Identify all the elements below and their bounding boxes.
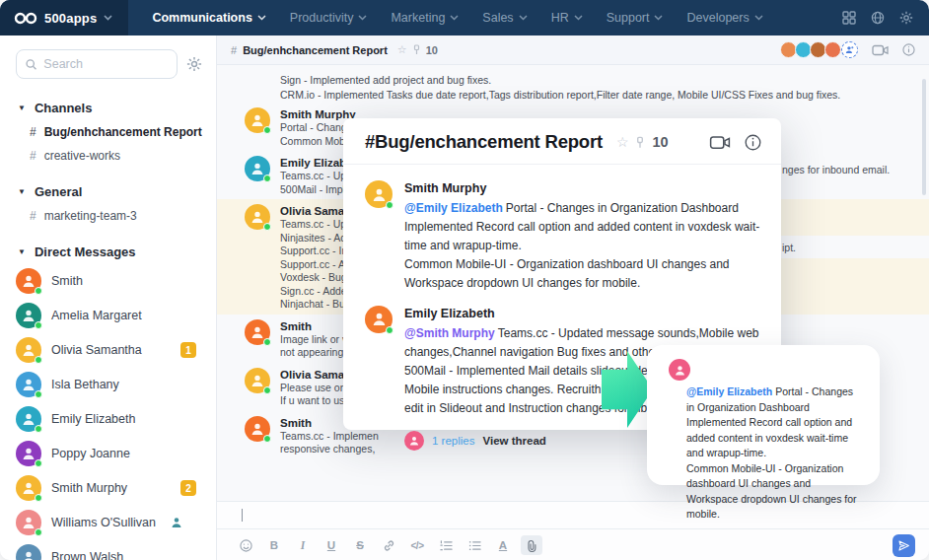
callout-text: Common Mobile-UI - Organization dashboar… xyxy=(686,461,864,523)
person-add-icon[interactable] xyxy=(841,41,858,58)
avatar xyxy=(245,204,270,230)
mention-link[interactable]: @Smith Murphy xyxy=(404,326,495,340)
mention-link[interactable]: @Emily Elizabeth xyxy=(686,385,772,397)
view-thread-label[interactable]: View thread xyxy=(482,435,545,447)
code-icon[interactable]: </> xyxy=(406,535,428,555)
mention-link[interactable]: @Emily Elizabeth xyxy=(404,201,503,215)
collapse-caret-icon: ▼ xyxy=(18,187,26,196)
info-icon[interactable] xyxy=(745,134,761,151)
unread-badge: 2 xyxy=(180,480,196,496)
person-icon xyxy=(250,373,265,388)
chevron-down-icon xyxy=(754,15,763,21)
hash-icon: # xyxy=(30,125,36,139)
sidebar-dm-poppy-joanne[interactable]: Poppy Joanne xyxy=(16,441,202,466)
nav-right-icons xyxy=(842,0,929,35)
nav-menu-communications[interactable]: Communications xyxy=(142,0,275,35)
globe-icon[interactable] xyxy=(871,11,885,25)
online-dot xyxy=(263,338,271,346)
author-name: Emily Elizabeth xyxy=(404,306,761,321)
sidebar-item-marketing-team-3[interactable]: # marketing-team-3 xyxy=(30,209,202,223)
app-window: 500apps Communications Productivity Mark… xyxy=(0,0,929,560)
sidebar-dm-olivia-samantha[interactable]: Olivia Samantha 1 xyxy=(16,337,202,363)
sidebar-item-bug-report-channel[interactable]: # Bug/enhchancement Report xyxy=(30,125,202,139)
online-dot xyxy=(35,528,42,536)
pin-icon[interactable] xyxy=(413,44,420,55)
online-dot xyxy=(263,126,271,134)
avatar[interactable] xyxy=(824,41,841,58)
bold-icon[interactable]: B xyxy=(263,535,285,555)
sidebar: ▼ Channels # Bug/enhchancement Report # … xyxy=(0,35,217,560)
sidebar-dm-smith-murphy[interactable]: Smith Murphy 2 xyxy=(16,475,202,501)
person-icon xyxy=(21,273,36,289)
underline-icon[interactable]: U xyxy=(321,535,342,555)
strikethrough-icon[interactable]: S xyxy=(349,535,371,555)
sidebar-item-creative-works[interactable]: # creative-works xyxy=(30,149,202,163)
sidebar-dm-isla-bethany[interactable]: Isla Bethany xyxy=(16,372,202,397)
modal-message-smith-murphy[interactable]: Smith Murphy @Emily ElizabethPortal - Ch… xyxy=(365,180,759,293)
chevron-down-icon xyxy=(104,15,112,21)
hash-icon: # xyxy=(30,209,36,223)
person-icon xyxy=(21,377,36,392)
italic-icon[interactable]: I xyxy=(292,535,314,555)
person-icon xyxy=(21,446,36,461)
video-icon[interactable] xyxy=(709,135,731,150)
info-icon[interactable] xyxy=(902,43,915,56)
video-icon[interactable] xyxy=(872,44,889,56)
nav-menu-developers[interactable]: Developers xyxy=(677,0,772,35)
star-icon[interactable]: ☆ xyxy=(397,43,407,56)
search-box xyxy=(16,49,178,79)
person-icon xyxy=(21,411,36,427)
apps-grid-icon[interactable] xyxy=(842,11,856,25)
sidebar-dm-emily-elizabeth[interactable]: Emily Elizabeth xyxy=(16,406,202,432)
paperclip-icon[interactable] xyxy=(521,535,542,555)
sidebar-dm-smith[interactable]: Smith xyxy=(16,268,202,294)
avatar xyxy=(245,107,270,133)
nav-menu-sales[interactable]: Sales xyxy=(472,0,536,35)
bullet-list-icon[interactable] xyxy=(464,535,485,555)
infinity-logo-icon xyxy=(14,12,37,25)
avatar xyxy=(16,441,41,466)
online-dot xyxy=(263,223,271,231)
chat-header: # Bug/enhchancement Report ☆ 10 xyxy=(217,35,929,65)
emoji-icon[interactable] xyxy=(235,535,256,555)
nav-menu-hr[interactable]: HR xyxy=(541,0,593,35)
member-count[interactable]: 10 xyxy=(426,44,438,56)
send-button[interactable] xyxy=(893,534,915,557)
nav-menu-marketing[interactable]: Marketing xyxy=(381,0,468,35)
avatar xyxy=(245,156,270,181)
gear-icon[interactable] xyxy=(186,56,202,72)
person-icon xyxy=(408,435,420,447)
sidebar-dm-amelia-margaret[interactable]: Amelia Margaret xyxy=(16,303,202,328)
person-icon xyxy=(674,364,686,377)
avatar xyxy=(16,303,41,328)
avatar xyxy=(245,368,270,393)
section-direct-messages[interactable]: ▼ Direct Messages xyxy=(18,245,202,259)
nav-menu-productivity[interactable]: Productivity xyxy=(280,0,378,35)
sidebar-dm-williams-osullivan[interactable]: Williams O'Sullivan xyxy=(16,510,202,535)
ordered-list-icon[interactable] xyxy=(435,535,457,555)
app-logo[interactable]: 500apps xyxy=(0,0,128,35)
avatar xyxy=(16,372,41,397)
member-count[interactable]: 10 xyxy=(652,134,668,150)
avatar xyxy=(16,406,41,432)
text-color-icon[interactable]: A xyxy=(492,535,514,555)
replies-count[interactable]: 1 replies xyxy=(432,435,474,447)
chevron-down-icon xyxy=(358,15,367,21)
person-icon xyxy=(21,515,36,530)
section-general[interactable]: ▼ General xyxy=(18,184,202,199)
person-icon xyxy=(21,480,36,496)
message-fragment: ipt. xyxy=(781,236,929,258)
online-dot xyxy=(35,287,42,295)
person-icon xyxy=(250,421,265,437)
nav-menu-support[interactable]: Support xyxy=(597,0,674,35)
avatar xyxy=(404,431,424,451)
scrollbar[interactable] xyxy=(922,79,926,195)
link-icon[interactable] xyxy=(378,535,399,555)
search-input[interactable] xyxy=(43,57,168,71)
star-icon[interactable]: ☆ xyxy=(616,134,629,150)
sidebar-dm-brown-walsh[interactable]: Brown Walsh xyxy=(16,544,202,560)
pin-icon[interactable] xyxy=(636,136,644,149)
settings-icon[interactable] xyxy=(899,11,913,25)
section-channels[interactable]: ▼ Channels xyxy=(18,101,202,115)
avatar xyxy=(245,319,270,345)
